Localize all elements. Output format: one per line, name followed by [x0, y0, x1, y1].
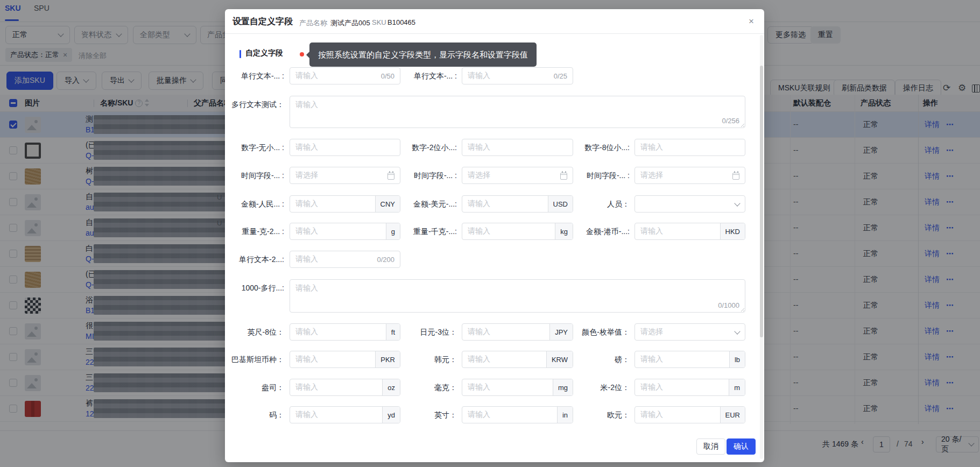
custom-field-select[interactable]: [634, 195, 745, 213]
field-placeholder: 请输入: [290, 355, 375, 364]
custom-field-text[interactable]: 请输入ft: [290, 323, 400, 341]
unit-addon: USD: [548, 196, 573, 212]
sku-value: B100465: [387, 18, 415, 26]
custom-field-text[interactable]: 请输入mg: [462, 379, 573, 396]
custom-field-text[interactable]: 请输入in: [462, 406, 573, 423]
field-label: 重量-克-2... :: [230, 223, 284, 240]
field-label: 数字-2位小...:: [403, 139, 457, 156]
field-label: 时间字段-... :: [575, 167, 630, 184]
char-counter: 0/256: [722, 117, 739, 125]
unit-addon: g: [386, 223, 400, 239]
product-name-value: 测试产品005: [330, 18, 370, 28]
field-label: 1000-多行...:: [230, 279, 284, 296]
field-placeholder: 请选择: [462, 171, 560, 180]
calendar-icon: [387, 173, 394, 180]
field-label: 英尺-8位：: [230, 323, 284, 341]
app-root: { "background": { "tabs": { "sku": "SKU"…: [0, 0, 980, 467]
field-placeholder: 请选择: [290, 171, 387, 180]
cancel-button[interactable]: 取消: [696, 438, 725, 455]
field-placeholder: 请输入: [462, 383, 553, 392]
custom-field-text[interactable]: 请输入: [634, 139, 745, 156]
field-label: 盎司：: [230, 379, 284, 396]
custom-field-text[interactable]: 请输入KRW: [462, 351, 573, 368]
field-label: 时间字段-... :: [230, 167, 284, 184]
modal-scrollbar-thumb[interactable]: [760, 66, 763, 337]
field-placeholder: 请输入: [462, 71, 554, 81]
field-label: 巴基斯坦币种：: [230, 351, 284, 368]
chevron-box: [735, 330, 745, 334]
custom-field-text[interactable]: 请输入oz: [290, 379, 400, 396]
field-label: 多行文本测试：: [230, 96, 284, 113]
unit-addon: lb: [729, 351, 745, 367]
tooltip-text: 按照系统设置的自定义字段类型，显示字段名和设置字段值: [318, 50, 528, 59]
custom-field-text[interactable]: 请输入yd: [290, 406, 400, 423]
field-placeholder: 请输入: [290, 383, 382, 392]
custom-field-text[interactable]: 请输入0/200: [290, 251, 400, 268]
custom-field-text[interactable]: 请输入g: [290, 223, 400, 240]
field-placeholder: 请输入: [462, 143, 573, 152]
custom-field-date[interactable]: 请选择: [634, 167, 745, 184]
field-label: 韩元：: [403, 351, 457, 368]
resize-handle-icon[interactable]: [739, 122, 744, 127]
cancel-label: 取消: [703, 442, 718, 451]
field-placeholder: 请输入: [462, 355, 546, 364]
field-label: 英寸：: [403, 406, 457, 423]
custom-field-text[interactable]: 请输入0/25: [462, 67, 573, 84]
field-label: 米-2位：: [575, 379, 630, 396]
custom-field-date[interactable]: 请选择: [290, 167, 400, 184]
custom-field-text[interactable]: 请输入lb: [634, 351, 745, 368]
custom-field-textarea[interactable]: 请输入0/1000: [290, 279, 745, 313]
unit-addon: JPY: [549, 324, 573, 340]
custom-field-text[interactable]: 请输入0/50: [290, 67, 400, 84]
unit-addon: oz: [382, 379, 400, 395]
field-placeholder: 请输入: [290, 227, 386, 236]
calendar-icon-box: [560, 172, 573, 180]
field-placeholder: 请输入: [290, 254, 377, 264]
modal-header-divider: [225, 33, 764, 34]
unit-addon: m: [729, 379, 745, 395]
field-placeholder: 请输入: [462, 199, 548, 209]
field-label: 金额-港币-...:: [575, 223, 630, 240]
field-placeholder: 请输入: [635, 355, 729, 364]
close-icon[interactable]: ×: [745, 15, 758, 28]
chevron-down-icon: [734, 200, 740, 206]
unit-addon: HKD: [720, 223, 745, 239]
field-placeholder: 请选择: [635, 171, 732, 180]
unit-addon: kg: [555, 223, 573, 239]
unit-addon: PKR: [375, 351, 400, 367]
custom-field-text[interactable]: 请输入: [462, 139, 573, 156]
field-placeholder: 请输入: [635, 410, 720, 420]
field-placeholder: 请输入: [635, 143, 745, 152]
custom-field-text[interactable]: 请输入m: [634, 379, 745, 396]
calendar-icon-box: [387, 172, 400, 180]
field-label: 单行文本-... :: [403, 67, 457, 84]
unit-addon: ft: [386, 324, 400, 340]
custom-field-text[interactable]: 请输入JPY: [462, 323, 573, 341]
custom-fields-modal: 设置自定义字段 产品名称 测试产品005 SKU B100465 × 自定义字段…: [225, 9, 764, 462]
resize-handle-icon[interactable]: [739, 307, 744, 312]
custom-field-text[interactable]: 请输入EUR: [634, 406, 745, 423]
custom-field-text[interactable]: 请输入: [290, 139, 400, 156]
field-label: 磅：: [575, 351, 630, 368]
field-placeholder: 请输入: [290, 410, 382, 420]
field-placeholder: 请输入: [462, 327, 549, 337]
modal-title: 设置自定义字段: [232, 16, 293, 27]
custom-field-textarea[interactable]: 请输入0/256: [290, 96, 745, 128]
field-label: 码：: [230, 406, 284, 423]
field-placeholder: 请输入: [635, 383, 729, 392]
calendar-icon-box: [732, 172, 745, 180]
custom-field-date[interactable]: 请选择: [462, 167, 573, 184]
custom-field-text[interactable]: 请输入CNY: [290, 195, 400, 213]
custom-field-text[interactable]: 请输入USD: [462, 195, 573, 213]
field-placeholder: 请输入: [462, 410, 557, 420]
field-label: 数字-无小... :: [230, 139, 284, 156]
custom-field-text[interactable]: 请输入kg: [462, 223, 573, 240]
tooltip-anchor-dot: [300, 52, 304, 56]
confirm-button[interactable]: 确认: [727, 438, 756, 455]
field-placeholder: 请输入: [290, 96, 745, 110]
custom-field-text[interactable]: 请输入PKR: [290, 351, 400, 368]
product-name-label: 产品名称: [299, 18, 327, 28]
custom-field-text[interactable]: 请输入HKD: [634, 223, 745, 240]
custom-field-select[interactable]: 请选择: [634, 323, 745, 341]
sku-label: SKU: [372, 18, 386, 26]
